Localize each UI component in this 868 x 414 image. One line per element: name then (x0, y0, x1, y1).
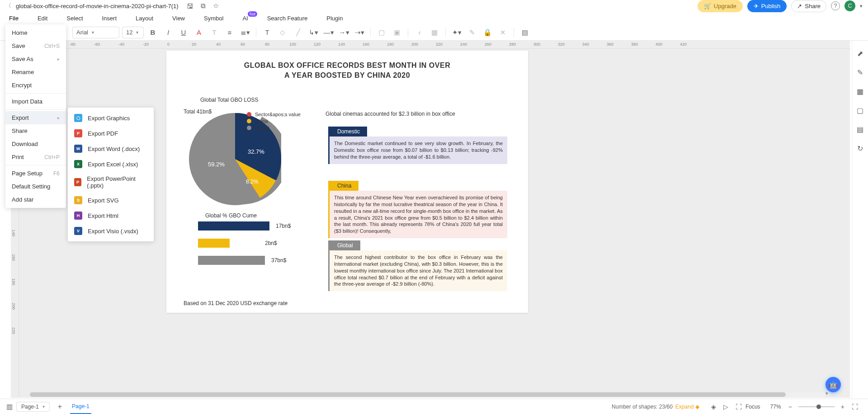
menu-edit[interactable]: Edit (38, 15, 47, 22)
open-external-icon[interactable]: ⧉ (201, 2, 206, 10)
edit-button[interactable]: ✎ (466, 26, 478, 39)
focus-label[interactable]: Focus (745, 404, 760, 410)
font-size-dropdown[interactable]: 12▾ (122, 27, 144, 38)
file-menu-save[interactable]: SaveCtrl+S (5, 39, 66, 52)
menu-file[interactable]: File (9, 15, 19, 22)
fullscreen-icon[interactable]: ⛶ (852, 403, 858, 410)
fill-color-button[interactable]: ◇ (276, 26, 289, 39)
bold-button[interactable]: B (146, 26, 159, 39)
menu-layout[interactable]: Layout (136, 15, 153, 22)
export-visio[interactable]: VExport Visio (.vsdx) (68, 223, 154, 239)
china-tag: China (328, 181, 359, 191)
expand-link[interactable]: Expand ◆ (675, 404, 699, 410)
bookmark-icon[interactable]: ▢ (856, 106, 865, 115)
text-case-button[interactable]: T (208, 26, 221, 39)
export-svg[interactable]: SExport SVG (68, 193, 154, 208)
file-menu-print[interactable]: PrintCtrl+P (5, 151, 66, 164)
publish-button[interactable]: ✈ Publish (747, 0, 787, 12)
connector-button[interactable]: ↳▾ (307, 26, 320, 39)
export-pdf[interactable]: PExport PDF (68, 126, 154, 141)
page-dropdown[interactable]: Page-1▾ (16, 402, 50, 412)
arrow-start-button[interactable]: →▾ (338, 26, 350, 39)
help-icon[interactable]: ? (831, 1, 840, 10)
menu-search[interactable]: Search Feature (267, 15, 308, 22)
line-spacing-button[interactable]: ≣▾ (239, 26, 251, 39)
focus-icon[interactable]: ⛶ (736, 403, 742, 410)
grid-icon[interactable]: ▦ (856, 87, 865, 96)
font-color-button[interactable]: A (193, 26, 205, 39)
image-button[interactable]: ▢ (375, 26, 388, 39)
file-menu-share[interactable]: Share (5, 124, 66, 137)
group-button[interactable]: ▦ (428, 26, 441, 39)
file-menu-rename[interactable]: Rename (5, 66, 66, 79)
file-menu-download[interactable]: Download (5, 137, 66, 151)
zoom-knob[interactable] (816, 405, 821, 409)
avatar-caret-icon[interactable]: ▾ (860, 3, 863, 9)
effects-button[interactable]: ✦▾ (450, 26, 463, 39)
tools-button[interactable]: ✕ (496, 26, 509, 39)
comment-icon[interactable]: ✎ (856, 68, 865, 77)
save-icon[interactable]: 🖫 (187, 2, 193, 10)
italic-button[interactable]: I (162, 26, 175, 39)
file-menu-add-star[interactable]: Add star (5, 193, 66, 206)
arrow-end-button[interactable]: ⇢▾ (353, 26, 366, 39)
share-button[interactable]: ↗ Share (791, 0, 826, 12)
underline-button[interactable]: U (177, 26, 190, 39)
align-button[interactable]: ≡ (223, 26, 236, 39)
file-menu-page-setup[interactable]: Page SetupF6 (5, 167, 66, 180)
export-excel[interactable]: XExport Excel (.xlsx) (68, 156, 154, 172)
chevron-right-icon: ▸ (57, 115, 60, 120)
line-style-button[interactable]: —▾ (322, 26, 335, 39)
history-icon[interactable]: ↻ (856, 144, 865, 153)
lock-button[interactable]: 🔒 (481, 26, 494, 39)
visio-icon: V (74, 227, 82, 235)
text-tool-button[interactable]: T (261, 26, 274, 39)
document-page[interactable]: GLOBAL BOX OFFICE RECORDS BEST MONTH IN … (166, 51, 528, 313)
layers-button[interactable]: ▤ (519, 26, 531, 39)
presentation-icon[interactable]: ▷ (723, 403, 728, 410)
fm-label: Save As (12, 56, 33, 62)
export-graphics[interactable]: ▢Export Graphics (68, 110, 154, 126)
crop-button[interactable]: ▣ (391, 26, 403, 39)
fm-label: Import Data (12, 98, 42, 105)
file-menu-home[interactable]: Home (5, 26, 66, 39)
file-menu-save-as[interactable]: Save As▸ (5, 52, 66, 66)
layers-icon[interactable]: ◈ (711, 403, 716, 410)
chat-bubble-icon[interactable]: 🤖 (826, 377, 841, 392)
add-page-button[interactable]: + (58, 403, 62, 411)
page-tab[interactable]: Page-1 (70, 400, 91, 414)
menu-plugin[interactable]: Plugin (326, 15, 343, 22)
page-icon[interactable]: ▤ (856, 125, 865, 134)
menu-view[interactable]: View (172, 15, 185, 22)
zoom-out-button[interactable]: − (788, 403, 792, 410)
menu-select[interactable]: Select (66, 15, 83, 22)
star-icon[interactable]: ☆ (213, 2, 219, 10)
cursor-icon[interactable]: ⬈ (856, 49, 865, 58)
file-menu-import[interactable]: Import Data (5, 95, 66, 108)
pie-pct-navy: 32.7% (248, 148, 264, 155)
export-html[interactable]: HExport Html (68, 208, 154, 223)
file-menu-default-setting[interactable]: Default Setting (5, 180, 66, 193)
zoom-slider[interactable] (798, 406, 835, 407)
export-ppt[interactable]: PExport PowerPoint (.pptx) (68, 172, 154, 193)
domestic-body: The Domestic market continued to see ver… (328, 136, 507, 164)
file-menu-encrypt[interactable]: Encrypt (5, 79, 66, 92)
menu-insert[interactable]: Insert (102, 15, 117, 22)
right-heading: Global cinemas accounted for $2.3 billio… (326, 111, 455, 117)
upgrade-button[interactable]: 🛒 Upgrade (698, 0, 743, 12)
toolbar: Arial▾ 12▾ B I U A T ≡ ≣▾ T ◇ ╱ ↳▾ —▾ →▾… (0, 24, 868, 41)
align-objects-button[interactable]: ⫞ (413, 26, 425, 39)
export-word[interactable]: WExport Word (.docx) (68, 141, 154, 156)
zoom-in-button[interactable]: + (841, 403, 844, 410)
line-color-button[interactable]: ╱ (292, 26, 304, 39)
menu-ai[interactable]: AIhot (242, 15, 248, 22)
avatar[interactable]: C (844, 0, 855, 11)
file-menu-export[interactable]: Export▸ (5, 111, 66, 124)
back-icon[interactable]: 〈 (5, 2, 11, 10)
scrollbar-thumb[interactable] (30, 392, 786, 397)
outline-icon[interactable]: ▥ (6, 403, 13, 411)
ex-label: Export Html (88, 212, 118, 219)
menu-symbol[interactable]: Symbol (204, 15, 223, 22)
font-family-dropdown[interactable]: Arial▾ (72, 27, 119, 38)
horizontal-scrollbar[interactable] (30, 392, 826, 397)
